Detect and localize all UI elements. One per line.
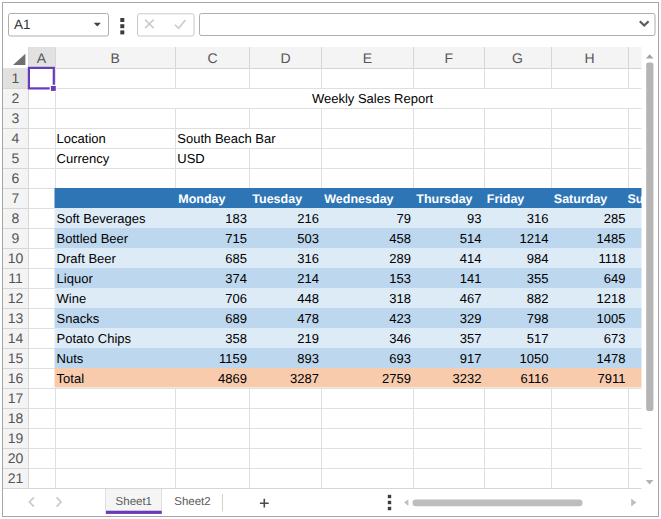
svg-text:2: 2 bbox=[12, 90, 20, 106]
svg-text:318: 318 bbox=[389, 291, 411, 306]
svg-text:17: 17 bbox=[8, 390, 24, 406]
svg-text:9: 9 bbox=[12, 230, 20, 246]
svg-text:Location: Location bbox=[57, 131, 106, 146]
svg-text:Potato Chips: Potato Chips bbox=[57, 331, 132, 346]
svg-text:423: 423 bbox=[389, 311, 411, 326]
svg-text:1: 1 bbox=[12, 70, 20, 86]
svg-text:16: 16 bbox=[8, 370, 24, 386]
svg-text:715: 715 bbox=[225, 231, 247, 246]
svg-text:F: F bbox=[445, 50, 454, 66]
svg-text:689: 689 bbox=[225, 311, 247, 326]
svg-text:357: 357 bbox=[460, 331, 482, 346]
svg-text:984: 984 bbox=[527, 251, 549, 266]
svg-text:4869: 4869 bbox=[218, 371, 247, 386]
svg-text:1005: 1005 bbox=[597, 311, 626, 326]
svg-text:Currency: Currency bbox=[57, 151, 110, 166]
svg-text:H: H bbox=[584, 50, 594, 66]
svg-text:13: 13 bbox=[8, 310, 24, 326]
svg-text:1214: 1214 bbox=[520, 231, 549, 246]
svg-text:A: A bbox=[37, 50, 47, 66]
svg-text:15: 15 bbox=[8, 350, 24, 366]
svg-text:216: 216 bbox=[297, 211, 319, 226]
svg-text:Tuesday: Tuesday bbox=[252, 192, 302, 206]
svg-text:D: D bbox=[280, 50, 290, 66]
svg-text:1218: 1218 bbox=[597, 291, 626, 306]
svg-text:514: 514 bbox=[460, 231, 482, 246]
svg-text:20: 20 bbox=[8, 450, 24, 466]
svg-text:685: 685 bbox=[225, 251, 247, 266]
svg-text:1118: 1118 bbox=[599, 251, 626, 266]
svg-text:6116: 6116 bbox=[521, 371, 549, 386]
svg-text:1050: 1050 bbox=[520, 351, 549, 366]
svg-text:Nuts: Nuts bbox=[57, 351, 84, 366]
svg-text:3287: 3287 bbox=[290, 371, 319, 386]
svg-text:Friday: Friday bbox=[487, 192, 525, 206]
svg-text:Snacks: Snacks bbox=[57, 311, 100, 326]
svg-text:E: E bbox=[363, 50, 372, 66]
svg-text:3232: 3232 bbox=[453, 371, 482, 386]
svg-text:Weekly Sales Report: Weekly Sales Report bbox=[312, 91, 434, 106]
svg-text:A1: A1 bbox=[14, 17, 31, 32]
svg-text:Sunday: Sunday bbox=[627, 192, 661, 206]
svg-text:Monday: Monday bbox=[178, 192, 225, 206]
svg-text:12: 12 bbox=[8, 290, 24, 306]
svg-text:289: 289 bbox=[389, 251, 411, 266]
svg-text:153: 153 bbox=[389, 271, 411, 286]
svg-text:7911: 7911 bbox=[598, 371, 626, 386]
svg-text:Sheet1: Sheet1 bbox=[116, 496, 152, 508]
svg-text:19: 19 bbox=[8, 430, 24, 446]
svg-text:458: 458 bbox=[389, 231, 411, 246]
svg-text:Total: Total bbox=[57, 371, 85, 386]
svg-text:316: 316 bbox=[297, 251, 319, 266]
svg-text:183: 183 bbox=[225, 211, 247, 226]
svg-text:673: 673 bbox=[604, 331, 626, 346]
svg-text:141: 141 bbox=[460, 271, 482, 286]
svg-text:Liquor: Liquor bbox=[57, 271, 94, 286]
svg-text:214: 214 bbox=[297, 271, 319, 286]
svg-text:1159: 1159 bbox=[219, 351, 247, 366]
svg-text:Saturday: Saturday bbox=[554, 192, 608, 206]
svg-text:8: 8 bbox=[12, 210, 20, 226]
svg-text:917: 917 bbox=[460, 351, 482, 366]
svg-text:4: 4 bbox=[12, 130, 20, 146]
svg-text:1485: 1485 bbox=[597, 231, 626, 246]
svg-text:649: 649 bbox=[604, 271, 626, 286]
svg-text:706: 706 bbox=[225, 291, 247, 306]
svg-text:Thursday: Thursday bbox=[416, 192, 472, 206]
svg-text:329: 329 bbox=[460, 311, 482, 326]
svg-text:79: 79 bbox=[397, 211, 411, 226]
svg-text:Draft Beer: Draft Beer bbox=[57, 251, 117, 266]
svg-text:Wednesday: Wednesday bbox=[324, 192, 393, 206]
svg-text:374: 374 bbox=[225, 271, 247, 286]
svg-text:Wine: Wine bbox=[57, 291, 87, 306]
svg-text:478: 478 bbox=[297, 311, 319, 326]
svg-text:503: 503 bbox=[297, 231, 319, 246]
svg-text:7: 7 bbox=[12, 190, 20, 206]
svg-text:316: 316 bbox=[527, 211, 549, 226]
svg-text:893: 893 bbox=[297, 351, 319, 366]
svg-text:11: 11 bbox=[8, 270, 23, 286]
svg-text:517: 517 bbox=[527, 331, 549, 346]
svg-text:5: 5 bbox=[12, 150, 20, 166]
svg-text:414: 414 bbox=[460, 251, 482, 266]
svg-text:2759: 2759 bbox=[382, 371, 411, 386]
svg-text:21: 21 bbox=[8, 470, 24, 486]
svg-text:355: 355 bbox=[527, 271, 549, 286]
svg-text:882: 882 bbox=[527, 291, 549, 306]
svg-text:798: 798 bbox=[527, 311, 549, 326]
svg-text:10: 10 bbox=[8, 250, 24, 266]
svg-text:285: 285 bbox=[604, 211, 626, 226]
svg-text:14: 14 bbox=[8, 330, 24, 346]
svg-text:Bottled Beer: Bottled Beer bbox=[57, 231, 129, 246]
svg-text:3: 3 bbox=[12, 110, 20, 126]
svg-text:Soft Beverages: Soft Beverages bbox=[57, 211, 146, 226]
svg-text:B: B bbox=[111, 50, 120, 66]
svg-text:358: 358 bbox=[225, 331, 247, 346]
svg-text:South Beach Bar: South Beach Bar bbox=[177, 131, 276, 146]
svg-text:Sheet2: Sheet2 bbox=[174, 496, 210, 508]
svg-text:93: 93 bbox=[467, 211, 481, 226]
svg-text:6: 6 bbox=[12, 170, 20, 186]
svg-text:USD: USD bbox=[177, 151, 204, 166]
svg-text:18: 18 bbox=[8, 410, 24, 426]
svg-text:C: C bbox=[207, 50, 217, 66]
